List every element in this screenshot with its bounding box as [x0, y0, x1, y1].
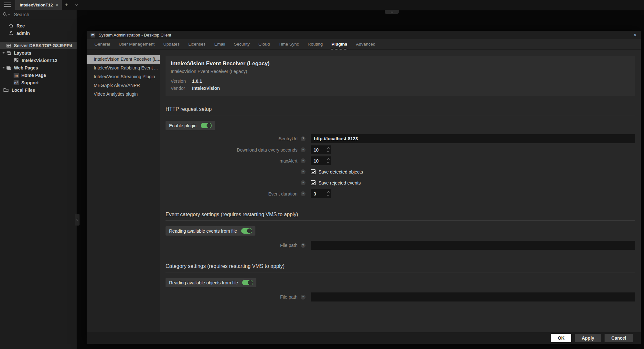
tab-general[interactable]: General [94, 39, 110, 49]
help-icon[interactable]: ? [301, 180, 306, 185]
tab-updates[interactable]: Updates [163, 39, 179, 49]
event-duration-stepper[interactable]: 3 [311, 189, 331, 198]
new-tab-button[interactable]: + [62, 0, 71, 10]
file-path-label: File path [166, 294, 301, 300]
dialog-title: System Administration - Desktop Client [99, 33, 171, 37]
help-icon[interactable]: ? [301, 136, 306, 141]
help-icon[interactable]: ? [301, 191, 306, 196]
reading-objects-label: Reading available objects from file [169, 280, 238, 285]
tab-cloud[interactable]: Cloud [258, 39, 270, 49]
folder-icon [3, 87, 9, 93]
server-icon [6, 43, 11, 48]
sidebar-item-admin[interactable]: admin [0, 29, 77, 37]
apply-button[interactable]: Apply [575, 334, 601, 342]
sidebar-item-layout-intelexvisiont12[interactable]: IntelexVisionT12 [0, 57, 77, 64]
dialog-title-bar: m System Administration - Desktop Client… [87, 31, 641, 39]
maxalert-stepper[interactable]: 10 [311, 156, 331, 165]
save-detected-row: ? Save detected objects [166, 167, 635, 176]
tab-time-sync[interactable]: Time Sync [279, 39, 299, 49]
version-label: Version [171, 79, 189, 84]
plugin-list-item[interactable]: MEGApix Ai/IVA/ANPR [87, 81, 160, 90]
toggle-switch-on[interactable] [242, 280, 253, 285]
sidebar-item-ree[interactable]: Ree [0, 22, 77, 29]
stepper-down-icon[interactable] [327, 194, 329, 196]
reading-objects-toggle[interactable]: Reading available objects from file [166, 278, 256, 287]
ok-button[interactable]: OK [551, 334, 571, 342]
cancel-button[interactable]: Cancel [605, 334, 633, 342]
main-menu-button[interactable] [0, 0, 15, 10]
plugin-list-item[interactable]: IntelexVision Rabbitmq Event ... [87, 64, 160, 72]
stepper-down-icon[interactable] [327, 161, 329, 163]
stepper-up-icon[interactable] [327, 158, 329, 160]
layouts-icon [6, 50, 11, 56]
vendor-label: Vendor [171, 86, 189, 91]
expand-chevron-icon[interactable] [2, 67, 5, 69]
enable-plugin-toggle[interactable]: Enable plugin [166, 121, 215, 130]
object-file-path-input[interactable] [311, 292, 635, 301]
sidebar-item-support[interactable]: nx Support [0, 79, 77, 86]
sidebar-item-server[interactable]: Server DESKTOP-G8J9PP4 [0, 42, 77, 49]
show-panel-notch[interactable] [385, 10, 399, 14]
tab-plugins[interactable]: Plugins [331, 39, 347, 49]
plugin-list-item[interactable]: IntelexVision Streaming Plugin [87, 72, 160, 81]
tab-email[interactable]: Email [214, 39, 225, 49]
object-file-path-row: File path ? [166, 292, 635, 301]
layout-tab[interactable]: IntelexVisionT12 × [15, 0, 62, 10]
event-file-path-input[interactable] [311, 241, 635, 250]
plugin-list: IntelexVision Event Receiver (L... Intel… [87, 50, 160, 332]
stepper-down-icon[interactable] [327, 150, 329, 152]
plugin-title: IntelexVision Event Receiver (Legacy) [171, 60, 630, 67]
tab-security[interactable]: Security [234, 39, 250, 49]
web-pages-icon [6, 65, 11, 70]
search-placeholder: Search [14, 12, 29, 17]
reading-events-toggle[interactable]: Reading available events from file [166, 226, 255, 236]
dialog-button-bar: OK Apply Cancel [87, 332, 641, 344]
tab-routing[interactable]: Routing [308, 39, 323, 49]
resource-sidebar: Search Ree admin Server DESKTOP-G8J9PP4 … [0, 10, 77, 349]
tab-licenses[interactable]: Licenses [188, 39, 205, 49]
sidebar-item-home-page[interactable]: m Home Page [0, 71, 77, 79]
toggle-switch-on[interactable] [201, 123, 212, 128]
sidebar-item-web-pages[interactable]: Web Pages [0, 64, 77, 71]
layout-grid-icon [14, 58, 19, 63]
tab-list-dropdown[interactable] [71, 0, 81, 10]
help-icon[interactable]: ? [301, 169, 306, 174]
expand-chevron-icon[interactable] [2, 52, 5, 54]
save-rejected-row: ? Save rejected events [166, 178, 635, 187]
help-icon[interactable]: ? [301, 147, 306, 152]
sidebar-collapse-handle[interactable] [75, 214, 80, 226]
sidebar-item-layouts[interactable]: Layouts [0, 49, 77, 57]
vendor-value: IntelexVision [192, 86, 220, 91]
dialog-body: IntelexVision Event Receiver (L... Intel… [87, 50, 641, 332]
tab-advanced[interactable]: Advanced [356, 39, 375, 49]
close-tab-icon[interactable]: × [56, 3, 58, 7]
plugin-settings-panel: IntelexVision Event Receiver (Legacy) In… [160, 50, 641, 332]
tab-user-management[interactable]: User Management [119, 39, 155, 49]
toggle-switch-on[interactable] [241, 228, 252, 234]
help-icon[interactable]: ? [301, 243, 306, 248]
download-interval-stepper[interactable]: 10 [311, 145, 331, 154]
stepper-up-icon[interactable] [327, 147, 329, 149]
chevron-down-icon [75, 3, 77, 5]
search-input[interactable]: Search [0, 10, 77, 19]
plugin-list-item[interactable]: Video Analytics plugin [87, 90, 160, 99]
isentryurl-input[interactable] [311, 134, 635, 143]
help-icon[interactable]: ? [301, 295, 306, 300]
download-interval-row: Download data every seconds ? 10 [166, 145, 635, 154]
save-rejected-checkbox[interactable]: Save rejected events [311, 180, 361, 185]
help-icon[interactable]: ? [301, 158, 306, 163]
http-settings-form: iSentryUrl ? Download data every seconds… [166, 134, 635, 198]
checkbox-checked-icon[interactable] [311, 180, 316, 185]
checkbox-checked-icon[interactable] [311, 169, 316, 174]
dialog-close-icon[interactable]: × [634, 32, 637, 38]
webpage-nx-icon: nx [14, 80, 19, 85]
stepper-up-icon[interactable] [327, 191, 329, 193]
maxalert-label: maxAlert [166, 158, 301, 164]
sidebar-item-local-files[interactable]: Local Files [0, 86, 77, 94]
home-icon [8, 23, 14, 28]
save-detected-checkbox[interactable]: Save detected objects [311, 169, 363, 174]
chevron-left-icon [76, 218, 79, 221]
system-administration-dialog: m System Administration - Desktop Client… [87, 31, 641, 344]
plugin-list-item[interactable]: IntelexVision Event Receiver (L... [87, 55, 160, 64]
plugin-subtitle: IntelexVision Event Receiver (Legacy) [171, 69, 630, 74]
